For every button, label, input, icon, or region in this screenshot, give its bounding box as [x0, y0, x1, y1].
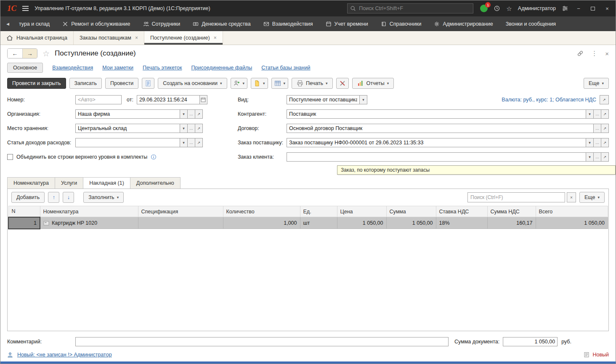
column-header-vat-rate[interactable]: Ставка НДС — [436, 206, 487, 217]
contract-choose-button[interactable]: … — [593, 124, 601, 133]
main-menu-icon[interactable] — [22, 6, 29, 11]
calendar-picker-button[interactable] — [199, 95, 207, 104]
cell-vat-sum[interactable]: 160,17 — [487, 217, 536, 229]
date-field[interactable] — [137, 95, 200, 104]
expense-open-button[interactable]: ↗ — [195, 138, 203, 147]
cell-total[interactable]: 1 050,00 — [536, 217, 608, 229]
cell-quantity[interactable]: 1,000 — [223, 217, 300, 229]
fill-button[interactable]: Заполнить▾ — [83, 192, 124, 203]
organization-choose-button[interactable]: … — [187, 109, 195, 119]
tab-services[interactable]: Услуги — [55, 177, 83, 189]
notifications-icon[interactable]: 1 — [480, 5, 488, 12]
document-state-link[interactable]: Новый: <не записан !> Администратор — [17, 352, 112, 358]
warehouse-field[interactable] — [75, 124, 180, 133]
favorites-star-icon[interactable]: ☆ — [506, 5, 512, 12]
back-button[interactable]: ← — [8, 49, 22, 58]
organization-field[interactable] — [75, 109, 180, 119]
combine-rows-checkbox[interactable] — [7, 154, 13, 160]
contractor-choose-button[interactable]: … — [593, 109, 601, 119]
post-and-close-button[interactable]: Провести и закрыть — [7, 78, 66, 89]
menu-item-interactions[interactable]: Взаимодействия — [258, 16, 319, 31]
client-order-dropdown-button[interactable]: ▾ — [586, 152, 594, 162]
tab-close-icon[interactable]: × — [214, 35, 217, 41]
print-button[interactable]: Печать▾ — [292, 78, 332, 89]
cell-vat-rate[interactable]: 18% — [436, 217, 487, 229]
menu-item-calls-messages[interactable]: Звонки и сообщения — [500, 16, 562, 31]
column-header-specification[interactable]: Спецификация — [138, 206, 223, 217]
menu-item-administration[interactable]: Администрирование — [428, 16, 498, 31]
reports-button[interactable]: Отчеты▾ — [352, 78, 394, 89]
kind-field[interactable] — [287, 95, 360, 104]
contractor-open-button[interactable]: ↗ — [601, 109, 609, 119]
global-search-input[interactable] — [358, 5, 470, 12]
tune-icon[interactable] — [562, 5, 568, 12]
currency-info-link[interactable]: Валюта: руб., курс: 1; Облагается НДС — [502, 97, 596, 103]
kind-dropdown-button[interactable]: ▾ — [359, 95, 367, 104]
info-icon[interactable] — [151, 154, 157, 160]
global-search[interactable] — [347, 3, 473, 13]
more-button[interactable]: Еще▾ — [584, 78, 609, 89]
table-row[interactable]: 1 Картридж HP 1020 1,000 шт 1 050,00 1 0… — [8, 217, 608, 229]
attach-file-button[interactable]: ▾ — [251, 78, 268, 89]
column-header-n[interactable]: N — [8, 206, 40, 217]
move-row-up-button[interactable]: ↑ — [48, 192, 59, 203]
warehouse-choose-button[interactable]: … — [187, 124, 195, 133]
column-header-vat-sum[interactable]: Сумма НДС — [487, 206, 536, 217]
contractor-field[interactable] — [287, 109, 586, 119]
menu-scroll-left-icon[interactable]: ◀ — [4, 22, 12, 26]
column-header-sum[interactable]: Сумма — [386, 206, 436, 217]
minimize-button[interactable]: − — [574, 5, 583, 12]
contractor-dropdown-button[interactable]: ▾ — [586, 109, 594, 119]
number-field[interactable] — [75, 95, 122, 104]
post-button[interactable]: Провести — [105, 78, 138, 89]
supplier-order-choose-button[interactable]: … — [593, 138, 601, 147]
forward-button[interactable]: → — [22, 49, 37, 58]
get-link-icon[interactable] — [577, 50, 584, 57]
cell-sum[interactable]: 1 050,00 — [386, 217, 436, 229]
warehouse-open-button[interactable]: ↗ — [195, 124, 203, 133]
subordination-structure-button[interactable] — [142, 78, 154, 89]
section-link-my-notes[interactable]: Мои заметки — [102, 65, 133, 71]
save-button[interactable]: Записать — [69, 78, 102, 89]
contract-open-button[interactable]: ↗ — [601, 124, 609, 133]
comment-field[interactable] — [75, 337, 449, 346]
service-tools-button[interactable] — [336, 78, 349, 89]
cell-row-number[interactable]: 1 — [8, 217, 40, 229]
organization-dropdown-button[interactable]: ▾ — [180, 109, 188, 119]
cell-price[interactable]: 1 050,00 — [337, 217, 386, 229]
move-row-down-button[interactable]: ↓ — [63, 192, 74, 203]
section-main[interactable]: Основное — [7, 63, 43, 73]
supplier-order-dropdown-button[interactable]: ▾ — [586, 138, 594, 147]
expense-dropdown-button[interactable]: ▾ — [180, 138, 188, 147]
menu-item-time-tracking[interactable]: Учет времени — [320, 16, 374, 31]
tab-receipt-create[interactable]: Поступление (создание) × — [144, 31, 223, 45]
close-window-button[interactable]: × — [603, 5, 611, 12]
history-icon[interactable] — [494, 5, 500, 12]
section-link-attached-files[interactable]: Присоединенные файлы — [191, 65, 252, 71]
maximize-button[interactable] — [589, 5, 597, 12]
section-link-interactions[interactable]: Взаимодействия — [52, 65, 93, 71]
expense-choose-button[interactable]: … — [187, 138, 195, 147]
menu-item-employees[interactable]: Сотрудники — [138, 16, 186, 31]
menu-item-money[interactable]: Денежные средства — [187, 16, 256, 31]
contract-field[interactable] — [287, 124, 594, 133]
column-header-total[interactable]: Всего — [536, 206, 608, 217]
cell-unit[interactable]: шт — [300, 217, 337, 229]
column-header-nomenclature[interactable]: Номенклатура — [40, 206, 138, 217]
add-row-button[interactable]: Добавить — [11, 192, 45, 203]
grid-more-button[interactable]: Еще▾ — [579, 192, 605, 203]
document-total-field[interactable] — [503, 337, 558, 346]
organization-open-button[interactable]: ↗ — [195, 109, 203, 119]
menu-item-catalogs[interactable]: Справочники — [375, 16, 427, 31]
section-link-print-labels[interactable]: Печать этикеток — [143, 65, 182, 71]
more-menu-icon[interactable]: ⋮ — [591, 50, 597, 57]
column-header-quantity[interactable]: Количество — [223, 206, 300, 217]
menu-item-repair-service[interactable]: Ремонт и обслуживание — [57, 16, 135, 31]
column-header-price[interactable]: Цена — [337, 206, 386, 217]
tab-additional[interactable]: Дополнительно — [130, 177, 181, 189]
grid-search-input[interactable] — [467, 192, 565, 202]
clear-search-button[interactable]: × — [567, 192, 576, 202]
expense-item-field[interactable] — [75, 138, 180, 147]
warehouse-dropdown-button[interactable]: ▾ — [180, 124, 188, 133]
tab-invoice[interactable]: Накладная (1) — [83, 177, 130, 189]
